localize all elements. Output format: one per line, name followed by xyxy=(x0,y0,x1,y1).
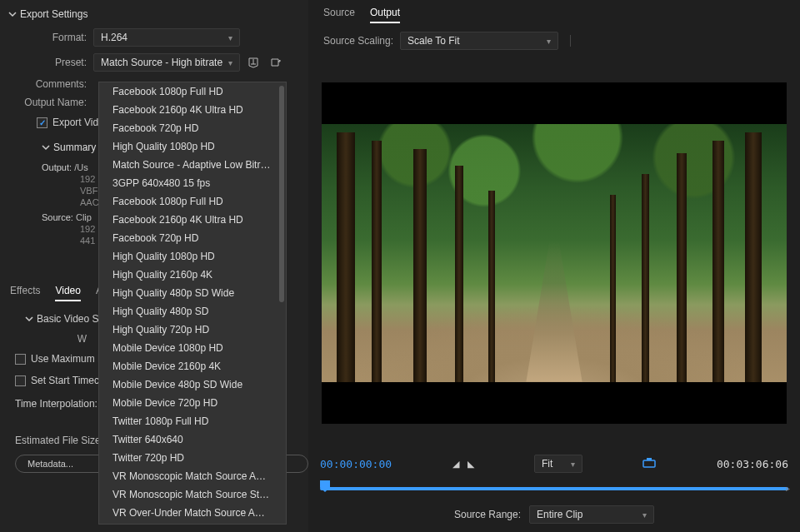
preview-wrap xyxy=(308,58,800,447)
transport-bar: 00:00:00:00 ◢ ◣ Fit ▾ 00:03:06:06 ▹ Sour… xyxy=(308,447,800,532)
preset-option[interactable]: High Quality 1080p HD xyxy=(99,137,286,156)
tab-source[interactable]: Source xyxy=(323,7,355,23)
preset-row: Preset: Match Source - High bitrate ▾ xyxy=(0,50,308,75)
source-scaling-row: Source Scaling: Scale To Fit ▾ xyxy=(308,23,800,58)
zoom-fit-select[interactable]: Fit ▾ xyxy=(534,455,582,473)
summary-title: Summary xyxy=(53,142,96,153)
preset-option[interactable]: Twitter 1080p Full HD xyxy=(99,412,286,430)
preset-option[interactable]: VR Monoscopic Match Source Stereo Audio xyxy=(99,485,286,504)
transport-row: 00:00:00:00 ◢ ◣ Fit ▾ 00:03:06:06 xyxy=(320,454,788,474)
fit-label: Fit xyxy=(542,458,552,470)
timecode-duration: 00:03:06:06 xyxy=(717,458,788,470)
preset-option[interactable]: VR Over-Under Match Source Stereo Audio xyxy=(99,522,286,525)
collapse-export-icon[interactable] xyxy=(8,10,15,18)
in-out-buttons: ◢ ◣ xyxy=(452,459,474,470)
preview-panel: Source Output Source Scaling: Scale To F… xyxy=(308,0,800,532)
preset-option[interactable]: High Quality 480p SD xyxy=(99,302,286,321)
timeline-track[interactable] xyxy=(320,487,788,490)
preset-option[interactable]: VR Over-Under Match Source Ambisonics xyxy=(99,504,286,522)
save-preset-icon[interactable] xyxy=(245,54,262,71)
preset-option[interactable]: Facebook 1080p Full HD xyxy=(99,192,286,211)
safe-margins-icon[interactable] xyxy=(642,458,656,470)
collapse-basic-icon[interactable] xyxy=(25,315,32,323)
export-settings-title: Export Settings xyxy=(20,8,88,20)
preset-option[interactable]: High Quality 720p HD xyxy=(99,321,286,339)
source-scaling-select[interactable]: Scale To Fit ▾ xyxy=(400,32,558,50)
source-range-label: Source Range: xyxy=(454,509,521,520)
timeline-out-marker[interactable]: ▹ xyxy=(786,484,790,493)
timecode-current[interactable]: 00:00:00:00 xyxy=(320,458,392,470)
mark-in-icon[interactable]: ◢ xyxy=(452,459,459,470)
preset-label: Preset: xyxy=(0,57,93,68)
preset-option[interactable]: High Quality 1080p HD xyxy=(99,247,286,266)
chevron-down-icon: ▾ xyxy=(547,37,551,46)
import-preset-icon[interactable] xyxy=(267,54,283,71)
preset-option[interactable]: VR Monoscopic Match Source Ambisonics xyxy=(99,467,286,485)
preset-option[interactable]: Mobile Device 480p SD Wide xyxy=(99,375,286,394)
preset-value: Match Source - High bitrate xyxy=(101,57,222,68)
preset-option[interactable]: High Quality 2160p 4K xyxy=(99,266,286,284)
chevron-down-icon: ▾ xyxy=(571,460,575,469)
svg-rect-1 xyxy=(647,458,652,460)
chevron-down-icon: ▾ xyxy=(228,58,232,67)
preset-option[interactable]: Match Source - Adaptive Low Bitrate xyxy=(99,156,286,174)
preset-dropdown[interactable]: Facebook 1080p Full HDFacebook 2160p 4K … xyxy=(98,82,287,525)
preview-image xyxy=(322,124,787,382)
time-interp-label: Time Interpolation: xyxy=(15,398,98,410)
source-range-value: Entire Clip xyxy=(537,509,582,520)
preset-option[interactable]: Mobile Device 720p HD xyxy=(99,394,286,412)
preview-tabs: Source Output xyxy=(308,0,800,23)
source-scaling-value: Scale To Fit xyxy=(408,35,459,47)
comments-label: Comments: xyxy=(0,78,93,90)
tab-output[interactable]: Output xyxy=(370,7,400,23)
collapse-summary-icon[interactable] xyxy=(42,143,48,152)
preset-option[interactable]: Facebook 1080p Full HD xyxy=(99,82,286,101)
format-label: Format: xyxy=(0,32,93,43)
tab-video[interactable]: Video xyxy=(55,285,80,301)
preset-option[interactable]: Mobile Device 2160p 4K xyxy=(99,357,286,375)
preset-option[interactable]: Facebook 720p HD xyxy=(99,119,286,137)
scrollbar-thumb[interactable] xyxy=(279,86,284,302)
preset-option[interactable]: Twitter 720p HD xyxy=(99,449,286,467)
mark-out-icon[interactable]: ◣ xyxy=(468,459,474,470)
tab-effects[interactable]: Effects xyxy=(10,285,40,301)
svg-rect-0 xyxy=(643,460,655,467)
source-range-row: Source Range: Entire Clip ▾ xyxy=(320,500,788,532)
export-settings-panel: Export Settings Format: H.264 ▾ Preset: … xyxy=(0,0,308,532)
preset-option[interactable]: Twitter 640x640 xyxy=(99,430,286,449)
divider xyxy=(570,35,575,47)
format-row: Format: H.264 ▾ xyxy=(0,25,308,50)
max-render-checkbox[interactable] xyxy=(15,354,26,365)
chevron-down-icon: ▾ xyxy=(642,510,647,520)
est-label: Estimated File Size: xyxy=(15,435,103,446)
preset-option[interactable]: 3GPP 640x480 15 fps xyxy=(99,174,286,192)
start-tc-checkbox[interactable] xyxy=(15,375,26,386)
format-select[interactable]: H.264 ▾ xyxy=(93,28,240,47)
preset-option[interactable]: High Quality 480p SD Wide xyxy=(99,284,286,302)
width-label: W xyxy=(0,333,93,345)
preset-option[interactable]: Facebook 2160p 4K Ultra HD xyxy=(99,101,286,119)
timeline[interactable]: ▹ xyxy=(320,479,788,497)
output-name-label: Output Name: xyxy=(0,97,93,108)
chevron-down-icon: ▾ xyxy=(228,33,232,42)
export-video-checkbox[interactable] xyxy=(37,117,48,128)
preset-select[interactable]: Match Source - High bitrate ▾ xyxy=(93,53,240,72)
export-settings-header: Export Settings xyxy=(0,0,308,25)
preset-controls: Match Source - High bitrate ▾ xyxy=(93,53,283,72)
preset-option[interactable]: Facebook 720p HD xyxy=(99,229,286,247)
format-value: H.264 xyxy=(101,32,128,43)
preset-option[interactable]: Mobile Device 1080p HD xyxy=(99,339,286,357)
source-scaling-label: Source Scaling: xyxy=(323,35,393,47)
source-range-select[interactable]: Entire Clip ▾ xyxy=(529,505,654,524)
preview-monitor[interactable] xyxy=(322,82,787,424)
preset-option[interactable]: Facebook 2160p 4K Ultra HD xyxy=(99,211,286,229)
